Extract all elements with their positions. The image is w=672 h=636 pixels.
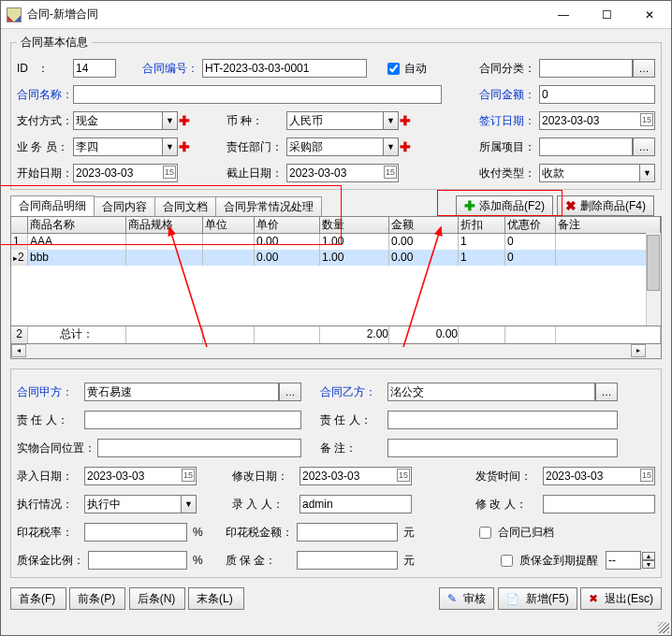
yuan-unit: 元 (403, 553, 415, 569)
paymethod-add-icon[interactable]: ✚ (178, 113, 191, 128)
audit-icon (447, 592, 460, 605)
id-label: ID ： (17, 61, 73, 77)
shipdate-label: 发货时间： (475, 469, 543, 484)
salesman-label: 业 务 员： (17, 139, 73, 155)
exit-button[interactable]: 退出(Esc) (580, 587, 662, 610)
nav-last[interactable]: 末条(L) (188, 587, 244, 610)
bondamt-input[interactable] (297, 551, 398, 570)
phys-label: 实物合同位置： (17, 441, 97, 456)
project-input[interactable] (539, 137, 633, 156)
col-amount[interactable]: 金额 (389, 217, 459, 233)
audit-button[interactable]: 审核 (439, 587, 494, 610)
col-name[interactable]: 商品名称 (28, 217, 126, 233)
startdate-input[interactable] (73, 164, 178, 182)
bondrate-input[interactable] (88, 551, 187, 570)
id-input[interactable] (73, 59, 116, 78)
enddate-input[interactable] (286, 164, 399, 182)
grid-row[interactable]: 2 bbb 0.00 1.00 0.00 1 0 (11, 250, 661, 266)
bottom-bar: 首条(F) 前条(P) 后条(N) 末条(L) 审核 新增(F5) 退出(Esc… (10, 584, 662, 610)
titlebar: 合同-新增合同 — ☐ ✕ (1, 1, 671, 29)
bondremind-checkbox[interactable] (501, 555, 513, 567)
new-button[interactable]: 新增(F5) (498, 587, 577, 610)
exit-icon (589, 592, 601, 605)
archived-checkbox[interactable] (479, 527, 491, 539)
contract-basic-legend: 合同基本信息 (17, 35, 92, 51)
exec-combo[interactable] (84, 495, 197, 513)
grid-row[interactable]: 1 AAA 0.00 1.00 0.00 1 0 (11, 234, 661, 250)
archived-checkbox-wrap[interactable]: 合同已归档 (475, 524, 655, 542)
col-remark[interactable]: 备注 (556, 217, 661, 233)
minimize-button[interactable]: — (542, 1, 585, 29)
nav-prev[interactable]: 前条(P) (69, 587, 125, 610)
remark-input[interactable] (387, 439, 618, 457)
del-item-button[interactable]: ✖删除商品(F4) (557, 195, 654, 216)
bondremind-days[interactable] (606, 551, 641, 570)
auto-checkbox[interactable] (387, 63, 400, 75)
items-grid[interactable]: 商品名称 商品规格 单位 单价 数量 金额 折扣 优惠价 备注 1 AAA 0.… (10, 216, 662, 326)
party-a-browse[interactable]: … (279, 383, 301, 401)
salesman-add-icon[interactable]: ✚ (178, 139, 191, 154)
currency-combo[interactable] (286, 111, 399, 130)
project-browse-button[interactable]: … (633, 137, 655, 156)
col-unit[interactable]: 单位 (203, 217, 255, 233)
close-button[interactable]: ✕ (628, 1, 671, 29)
salesman-combo[interactable] (73, 137, 178, 156)
nav-next[interactable]: 后条(N) (129, 587, 185, 610)
resp-a-input[interactable] (84, 411, 301, 429)
resize-grip[interactable] (658, 622, 669, 633)
modifydate-input[interactable] (299, 467, 412, 485)
col-price[interactable]: 单价 (255, 217, 320, 233)
amount-input[interactable] (539, 85, 655, 104)
entryuser-input[interactable] (299, 495, 412, 513)
exec-label: 执行情况： (17, 497, 84, 513)
col-discount[interactable]: 折扣 (459, 217, 505, 233)
modifyuser-input[interactable] (543, 495, 655, 513)
dept-combo[interactable] (286, 137, 399, 156)
phys-input[interactable] (97, 439, 301, 457)
nav-first[interactable]: 首条(F) (10, 587, 66, 610)
add-item-button[interactable]: ✚添加商品(F2) (456, 195, 553, 216)
modifyuser-label: 修 改 人： (475, 497, 543, 513)
grid-total: 2 总计： 2.00 0.00 (10, 326, 662, 344)
paytype-combo[interactable] (539, 164, 655, 182)
auto-checkbox-wrap[interactable]: 自动 (384, 60, 427, 78)
dept-label: 责任部门： (226, 139, 286, 155)
spin-buttons[interactable]: ▲▼ (642, 552, 655, 569)
maximize-button[interactable]: ☐ (585, 1, 628, 29)
party-b-input[interactable] (387, 383, 595, 401)
app-icon (7, 7, 22, 22)
grid-header: 商品名称 商品规格 单位 单价 数量 金额 折扣 优惠价 备注 (11, 217, 661, 234)
project-label: 所属项目： (479, 139, 539, 155)
resp-b-input[interactable] (387, 411, 618, 429)
archived-label: 合同已归档 (498, 525, 554, 541)
percent-unit: % (193, 526, 203, 539)
col-qty[interactable]: 数量 (320, 217, 389, 233)
category-input[interactable] (539, 59, 633, 78)
stampamt-input[interactable] (297, 523, 398, 542)
name-input[interactable] (73, 85, 442, 104)
tab-items[interactable]: 合同商品明细 (10, 195, 95, 216)
currency-add-icon[interactable]: ✚ (399, 113, 412, 128)
party-a-input[interactable] (84, 383, 279, 401)
tab-exceptions[interactable]: 合同异常情况处理 (215, 196, 322, 216)
dept-add-icon[interactable]: ✚ (399, 139, 412, 154)
tab-content[interactable]: 合同内容 (94, 196, 155, 216)
grid-vscroll[interactable] (646, 233, 661, 325)
plus-icon: ✚ (464, 199, 475, 212)
entrydate-input[interactable] (84, 467, 197, 485)
minus-icon: ✖ (565, 199, 577, 212)
code-input[interactable] (202, 59, 367, 78)
bondremind-checkbox-wrap[interactable]: 质保金到期提醒 (497, 552, 598, 570)
grid-hscroll[interactable]: ◂ ▸ (10, 344, 662, 359)
signdate-input[interactable] (539, 111, 655, 130)
col-spec[interactable]: 商品规格 (126, 217, 203, 233)
tab-docs[interactable]: 合同文档 (154, 196, 216, 216)
category-browse-button[interactable]: … (633, 59, 655, 78)
paymethod-combo[interactable] (73, 111, 178, 130)
col-pref[interactable]: 优惠价 (505, 217, 556, 233)
stamprate-input[interactable] (84, 523, 187, 542)
shipdate-input[interactable] (543, 467, 655, 485)
party-b-browse[interactable]: … (595, 383, 618, 401)
paymethod-label: 支付方式： (17, 113, 73, 129)
resp-a-label: 责 任 人： (17, 412, 84, 428)
